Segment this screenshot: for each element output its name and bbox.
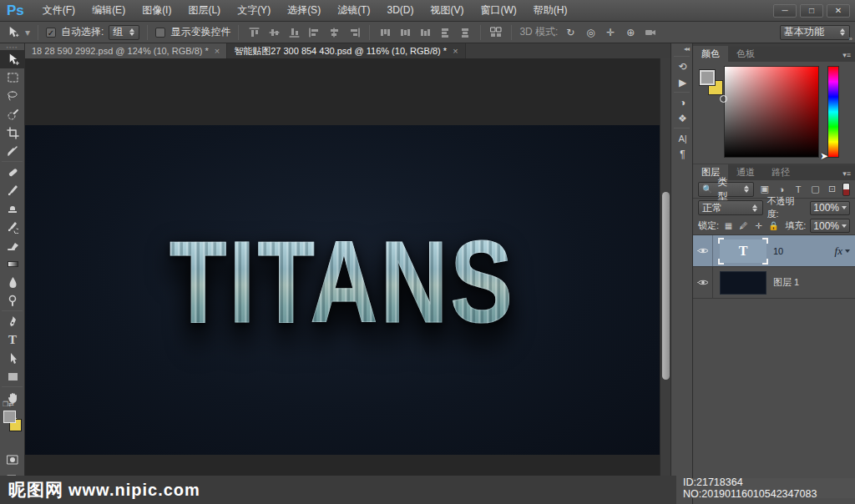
lock-image-pixels-icon[interactable]: 🖉 — [738, 221, 749, 230]
eraser-tool[interactable] — [0, 236, 25, 255]
align-right-edges-icon[interactable] — [347, 26, 362, 39]
color-panel-foreground-swatch[interactable] — [700, 70, 715, 85]
3d-orbit-icon[interactable]: ↻ — [563, 26, 578, 39]
lock-transparent-pixels-icon[interactable]: ▦ — [723, 221, 734, 230]
brush-tool[interactable] — [0, 181, 25, 199]
type-layer-thumbnail[interactable]: T — [720, 239, 766, 263]
3d-pan-icon[interactable]: ✛ — [603, 26, 618, 39]
color-picker-marker[interactable] — [720, 95, 727, 103]
maximize-button[interactable]: □ — [800, 4, 823, 18]
move-tool-preset-icon[interactable] — [5, 26, 20, 39]
lock-position-icon[interactable]: ✛ — [753, 221, 764, 230]
crop-tool[interactable] — [0, 123, 25, 142]
rectangle-shape-tool[interactable] — [0, 367, 25, 386]
show-transform-checkbox[interactable]: . — [155, 28, 165, 38]
menu-image[interactable]: 图像(I) — [134, 0, 180, 21]
saturation-brightness-field[interactable] — [724, 66, 819, 158]
styles-panel-icon[interactable]: ❖ — [671, 110, 694, 126]
scrollbar-thumb[interactable] — [662, 192, 670, 380]
adjustments-panel-icon[interactable]: ◑ — [671, 94, 694, 110]
menu-filter[interactable]: 滤镜(T) — [329, 0, 378, 21]
document-tab-2[interactable]: 智能贴图27 300 854 430.psd @ 116% (10, RGB/8… — [227, 43, 465, 58]
collapse-dock-icon[interactable]: ◂◂ — [671, 43, 692, 54]
tab-color[interactable]: 颜色 — [693, 46, 728, 62]
close-button[interactable]: ✕ — [827, 4, 850, 18]
path-selection-tool[interactable] — [0, 349, 25, 367]
layer-name[interactable]: 图层 1 — [773, 276, 799, 289]
quick-selection-tool[interactable] — [0, 105, 25, 123]
menu-layer[interactable]: 图层(L) — [180, 0, 229, 21]
filter-adjustment-layers-icon[interactable]: ◑ — [775, 184, 787, 194]
tab-paths[interactable]: 路径 — [763, 164, 798, 180]
filter-shape-layers-icon[interactable]: ▢ — [809, 184, 822, 194]
eyedropper-tool[interactable] — [0, 142, 25, 160]
tab-close-icon[interactable]: × — [215, 46, 220, 56]
rectangular-marquee-tool[interactable] — [0, 68, 25, 87]
layer-row-layer1[interactable]: 图层 1 — [693, 267, 855, 299]
pen-tool[interactable] — [0, 312, 25, 330]
foreground-color-swatch[interactable] — [3, 411, 16, 423]
layer-effects-badge[interactable]: fx — [835, 244, 855, 258]
gradient-tool[interactable] — [0, 255, 25, 273]
auto-select-checkbox[interactable]: ✓ — [46, 28, 56, 38]
history-panel-icon[interactable]: ⟲ — [671, 58, 694, 74]
distribute-top-edges-icon[interactable] — [377, 26, 392, 39]
document-tab-1[interactable]: 18 28 590 2992.psd @ 124% (10, RGB/8) * … — [25, 43, 227, 58]
tab-swatches[interactable]: 色板 — [728, 46, 763, 62]
menu-edit[interactable]: 编辑(E) — [83, 0, 134, 21]
panel-menu-icon[interactable]: ▾≡ — [838, 167, 855, 180]
auto-select-dropdown[interactable]: 组 — [109, 25, 139, 40]
menu-file[interactable]: 文件(F) — [34, 0, 83, 21]
lasso-tool[interactable] — [0, 87, 25, 105]
menu-3d[interactable]: 3D(D) — [378, 0, 422, 21]
layer-row-type-10[interactable]: T 10 fx — [693, 235, 855, 267]
actions-panel-icon[interactable]: ▶ — [671, 74, 694, 90]
lock-all-icon[interactable]: 🔒 — [768, 221, 779, 230]
canvas-viewport[interactable]: TITANS — [25, 58, 670, 504]
3d-camera-icon[interactable] — [643, 26, 658, 39]
distribute-vertical-centers-icon[interactable] — [397, 26, 412, 39]
preset-caret-icon[interactable]: ▾ — [25, 27, 30, 38]
layer-visibility-toggle[interactable] — [693, 267, 713, 298]
filter-smart-objects-icon[interactable]: ⊡ — [826, 184, 838, 194]
align-bottom-edges-icon[interactable] — [286, 26, 301, 39]
character-panel-icon[interactable]: A| — [671, 130, 694, 146]
blur-tool[interactable] — [0, 273, 25, 291]
align-vertical-centers-icon[interactable] — [266, 26, 281, 39]
hue-ramp[interactable] — [827, 66, 839, 158]
type-tool[interactable]: T — [0, 330, 25, 349]
filter-type-layers-icon[interactable]: T — [792, 184, 805, 194]
move-tool[interactable] — [0, 50, 25, 68]
vertical-scrollbar[interactable] — [660, 58, 670, 504]
document-canvas[interactable]: TITANS — [25, 125, 660, 455]
auto-align-layers-icon[interactable] — [488, 26, 503, 39]
layer-name[interactable]: 10 — [773, 246, 783, 256]
clone-stamp-tool[interactable] — [0, 199, 25, 218]
menu-window[interactable]: 窗口(W) — [472, 0, 524, 21]
menu-select[interactable]: 选择(S) — [279, 0, 329, 21]
paragraph-panel-icon[interactable]: ¶ — [671, 146, 694, 162]
filter-pixel-layers-icon[interactable]: ▣ — [758, 184, 771, 194]
align-top-edges-icon[interactable] — [246, 26, 261, 39]
blend-mode-dropdown[interactable]: 正常 — [698, 200, 763, 215]
3d-roll-icon[interactable]: ◎ — [583, 26, 598, 39]
menu-help[interactable]: 帮助(H) — [525, 0, 576, 21]
swap-colors-icon[interactable]: ❐⇄ — [3, 401, 14, 408]
quick-mask-button[interactable] — [0, 451, 25, 469]
spot-healing-brush-tool[interactable] — [0, 163, 25, 181]
layer-visibility-toggle[interactable] — [693, 235, 713, 266]
filter-toggle-switch[interactable] — [842, 183, 850, 196]
dodge-tool[interactable] — [0, 291, 25, 310]
image-layer-thumbnail[interactable] — [720, 271, 766, 295]
distribute-horizontal-centers-icon[interactable] — [458, 26, 473, 39]
toolbox-grip[interactable]: ▪▪▪▪ — [0, 43, 24, 50]
menu-type[interactable]: 文字(Y) — [229, 0, 279, 21]
history-brush-tool[interactable] — [0, 218, 25, 236]
menu-view[interactable]: 视图(V) — [422, 0, 472, 21]
fill-value[interactable]: 100% — [810, 219, 850, 233]
opacity-value[interactable]: 100% — [810, 201, 850, 215]
minimize-button[interactable]: ─ — [773, 4, 797, 18]
filter-kind-dropdown[interactable]: 🔍类型 — [698, 182, 754, 197]
tab-close-icon[interactable]: × — [453, 46, 458, 56]
align-left-edges-icon[interactable] — [306, 26, 321, 39]
